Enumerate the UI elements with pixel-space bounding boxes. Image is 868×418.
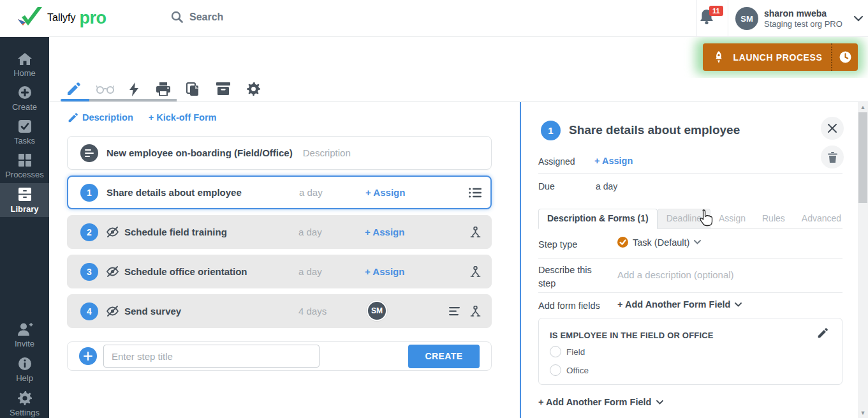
notification-badge: 11 — [709, 6, 723, 16]
tab-advanced[interactable]: Advanced — [793, 209, 850, 228]
branch-rules-icon[interactable] — [470, 266, 481, 278]
sidebar-label: Help — [16, 373, 33, 383]
radio-label: Office — [566, 366, 589, 375]
plus-circle-icon — [18, 86, 32, 100]
settings-gear-icon[interactable] — [247, 82, 260, 96]
step-row-2[interactable]: 2 Schedule field training a day + Assign — [67, 215, 492, 249]
tab-assign[interactable]: Assign — [710, 209, 754, 228]
launch-process-button[interactable]: LAUNCH PROCESS — [703, 43, 858, 71]
user-avatar: SM — [735, 7, 758, 30]
scroll-up-arrow[interactable]: ▲ — [858, 102, 868, 112]
description-input[interactable]: Add a description (optional) — [617, 269, 734, 280]
branch-rules-icon[interactable] — [470, 306, 481, 318]
step-duration[interactable]: 4 days — [298, 306, 327, 317]
add-form-field-dropdown-label: + Add Another Form Field — [617, 299, 730, 310]
user-org: Staging test org PRO — [764, 19, 842, 29]
add-another-form-field-label: + Add Another Form Field — [538, 397, 651, 407]
describe-step-label: Describe this step — [538, 264, 602, 290]
notifications-button[interactable]: 11 — [699, 8, 725, 31]
tab-rules[interactable]: Rules — [754, 209, 793, 228]
step-row-4[interactable]: 4 Send survey 4 days SM — [67, 294, 492, 328]
step-row-3[interactable]: 3 Schedule office orientation a day + As… — [67, 255, 492, 288]
sidebar-label: Tasks — [14, 136, 35, 146]
tab-deadline[interactable]: Deadline — [658, 209, 710, 228]
duplicate-icon[interactable] — [186, 82, 199, 96]
radio-option-field[interactable]: Field — [550, 346, 585, 357]
sidebar: Home Create Tasks Processes Library Invi… — [0, 37, 49, 418]
due-value[interactable]: a day — [596, 181, 617, 191]
scrollbar-thumb[interactable] — [858, 112, 867, 203]
sidebar-item-help[interactable]: Help — [0, 353, 49, 387]
sidebar-item-home[interactable]: Home — [0, 48, 49, 82]
sidebar-item-processes[interactable]: Processes — [0, 149, 49, 183]
archive-icon[interactable] — [216, 82, 230, 95]
panel-scrollbar[interactable]: ▲ ▼ — [858, 102, 868, 418]
step-row-1[interactable]: 1 Share details about employee a day + A… — [67, 175, 492, 209]
sidebar-item-create[interactable]: Create — [0, 82, 49, 116]
tallyfy-check-icon — [17, 6, 43, 30]
sidebar-item-settings[interactable]: Settings — [0, 387, 49, 418]
step-assign-link[interactable]: + Assign — [365, 266, 404, 277]
grid-icon — [18, 153, 32, 167]
active-tab-indicator — [61, 99, 89, 101]
step-type-select[interactable]: Task (Default) — [617, 237, 701, 248]
scroll-down-arrow[interactable]: ▼ — [858, 408, 868, 418]
step-duration[interactable]: a day — [298, 266, 322, 277]
step-assign-link[interactable]: + Assign — [365, 187, 405, 198]
search-input[interactable]: Search — [171, 11, 223, 23]
radio-circle — [550, 364, 561, 376]
add-form-field-dropdown[interactable]: + Add Another Form Field — [617, 299, 742, 310]
description-link-label: Description — [82, 112, 133, 123]
new-step-title-input[interactable] — [103, 345, 320, 368]
reader-glasses-icon[interactable] — [96, 86, 114, 94]
tallyfy-logo[interactable]: Tallyfypro — [17, 6, 106, 30]
description-lines-icon[interactable] — [449, 307, 460, 316]
create-step-button[interactable]: CREATE — [408, 345, 480, 368]
due-label: Due — [538, 181, 555, 191]
trigger-bolt-icon[interactable] — [129, 82, 138, 96]
launch-schedule-button[interactable] — [832, 51, 858, 63]
plus-icon — [84, 352, 92, 361]
procedure-card-icon — [80, 144, 98, 162]
top-bar: Tallyfypro Search 11 SM sharon mweba Sta… — [0, 0, 868, 37]
step-duration[interactable]: a day — [298, 227, 322, 237]
form-fields-icon[interactable] — [469, 188, 482, 198]
home-icon — [17, 52, 33, 66]
print-icon[interactable] — [156, 82, 170, 96]
close-panel-button[interactable] — [821, 117, 844, 140]
branch-rules-icon[interactable] — [470, 227, 481, 239]
sidebar-label: Library — [10, 204, 38, 214]
steps-panel: Description + Kick-off Form New employee… — [49, 102, 520, 418]
editor-subnav: Description + Kick-off Form — [68, 112, 217, 123]
step-title: Schedule field training — [124, 227, 227, 237]
procedure-card-title: New employee on-boarding (Field/Office) — [107, 147, 293, 158]
assigned-label: Assigned — [538, 156, 575, 167]
user-menu[interactable]: SM sharon mweba Staging test org PRO — [735, 7, 864, 30]
add-another-form-field-link[interactable]: + Add Another Form Field — [538, 397, 663, 407]
step-assign-link[interactable]: + Assign — [365, 227, 404, 237]
procedure-card-description-hint[interactable]: Description — [303, 147, 351, 158]
edit-pencil-icon[interactable] — [67, 82, 80, 96]
sidebar-item-invite[interactable]: Invite — [0, 318, 49, 352]
tab-description-forms[interactable]: Description & Forms (1) — [538, 209, 658, 229]
sidebar-item-library[interactable]: Library — [0, 183, 49, 217]
kickoff-form-link[interactable]: + Kick-off Form — [149, 112, 217, 123]
chevron-down-icon — [853, 15, 864, 22]
checkbox-icon — [18, 119, 32, 133]
add-step-button[interactable] — [79, 347, 97, 365]
logo-pro-suffix: pro — [79, 8, 106, 28]
description-link[interactable]: Description — [68, 112, 133, 123]
delete-step-button[interactable] — [821, 146, 844, 168]
step-title: Schedule office orientation — [124, 266, 247, 277]
procedure-summary-card[interactable]: New employee on-boarding (Field/Office) … — [67, 136, 492, 170]
step-duration[interactable]: a day — [299, 187, 323, 198]
step-assignee-avatar[interactable]: SM — [367, 301, 387, 321]
assign-link[interactable]: + Assign — [594, 156, 633, 166]
sidebar-item-tasks[interactable]: Tasks — [0, 116, 49, 149]
edit-field-pencil-icon[interactable] — [818, 328, 828, 338]
rocket-icon — [713, 51, 725, 64]
topbar-divider — [696, 0, 697, 37]
secondary-tab-indicator — [89, 99, 177, 101]
form-field-label: IS EMPLOYEE IN THE FIELD OR OFFICE — [550, 331, 714, 340]
radio-option-office[interactable]: Office — [550, 364, 589, 376]
